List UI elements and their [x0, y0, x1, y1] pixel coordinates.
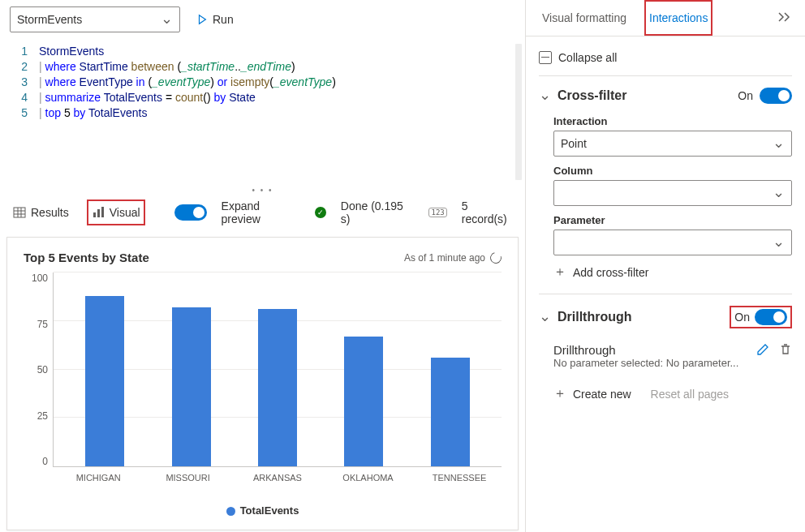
tab-results-label: Results [31, 206, 69, 219]
delete-icon[interactable] [779, 343, 792, 356]
bar-missouri[interactable] [172, 307, 211, 466]
chart-icon [92, 206, 105, 219]
add-crossfilter-button[interactable]: ＋ Add cross-filter [553, 255, 792, 289]
x-label: TENNESSEE [433, 473, 481, 483]
parameter-select[interactable] [553, 230, 792, 255]
status-done-icon: ✓ [315, 207, 326, 218]
edit-icon[interactable] [756, 343, 769, 356]
column-label: Column [553, 165, 792, 177]
chevron-down-icon [539, 311, 551, 324]
collapse-icon [539, 51, 552, 64]
interaction-select[interactable]: Point [553, 131, 792, 157]
tab-results[interactable]: Results [10, 201, 72, 224]
create-new-label: Create new [573, 388, 631, 401]
crossfilter-state: On [738, 89, 753, 102]
chevron-down-icon [773, 187, 785, 200]
bar-tennessee[interactable] [431, 358, 470, 466]
more-icon[interactable] [777, 5, 792, 32]
bar-oklahoma[interactable] [344, 337, 383, 466]
tab-visual-label: Visual [110, 206, 140, 219]
x-label: MICHIGAN [74, 473, 123, 483]
bar-arkansas[interactable] [258, 309, 297, 466]
query-editor[interactable]: 1StormEvents2| where StartTime between (… [0, 39, 525, 188]
tab-interactions[interactable]: Interactions [644, 0, 712, 36]
collapse-all-button[interactable]: Collapse all [539, 45, 792, 71]
chevron-down-icon [539, 89, 551, 102]
play-icon [196, 14, 208, 25]
drillthrough-item-sub: No parameter selected: No parameter... [553, 357, 750, 369]
chevron-down-icon [773, 137, 785, 150]
reset-all-pages-button[interactable]: Reset all pages [651, 388, 730, 401]
records-icon: 123 [428, 208, 446, 217]
y-axis: 1007550250 [24, 272, 53, 483]
collapse-all-label: Collapse all [558, 51, 617, 64]
drillthrough-item[interactable]: Drillthrough No parameter selected: No p… [553, 340, 750, 372]
x-label: OKLAHOMA [342, 473, 391, 483]
interaction-value: Point [561, 137, 587, 150]
crossfilter-title: Cross-filter [557, 88, 626, 103]
x-label: ARKANSAS [253, 473, 302, 483]
create-new-button[interactable]: ＋ Create new [553, 385, 631, 402]
chart-asof: As of 1 minute ago [404, 252, 485, 264]
expand-preview-label: Expand preview [222, 200, 301, 225]
interaction-label: Interaction [553, 115, 792, 127]
chart-title: Top 5 Events by State [24, 251, 149, 264]
table-icon [13, 206, 26, 219]
legend-dot-icon [226, 507, 235, 516]
add-crossfilter-label: Add cross-filter [573, 266, 648, 279]
expand-preview-toggle[interactable] [174, 204, 207, 221]
tab-visual[interactable]: Visual [87, 200, 145, 225]
drillthrough-title: Drillthrough [557, 310, 632, 324]
database-dropdown[interactable]: StormEvents [10, 6, 180, 32]
database-dropdown-value: StormEvents [17, 13, 82, 26]
drillthrough-toggle[interactable] [755, 309, 787, 325]
legend-label: TotalEvents [240, 504, 299, 517]
svg-rect-7 [101, 207, 104, 217]
tab-visual-formatting[interactable]: Visual formatting [539, 2, 630, 34]
drillthrough-item-title: Drillthrough [553, 343, 750, 357]
plus-icon: ＋ [553, 385, 566, 402]
plus-icon: ＋ [553, 264, 566, 281]
chart-plot: MICHIGANMISSOURIARKANSASOKLAHOMATENNESSE… [53, 272, 502, 467]
svg-rect-6 [97, 209, 100, 217]
parameter-label: Parameter [553, 214, 792, 226]
bar-michigan[interactable] [85, 296, 124, 466]
crossfilter-section-header[interactable]: Cross-filter On [539, 84, 792, 107]
chart-legend: TotalEvents [24, 504, 502, 517]
drillthrough-section-header[interactable]: Drillthrough On [539, 302, 792, 332]
svg-rect-5 [93, 212, 96, 217]
status-text: Done (0.195 s) [341, 200, 415, 225]
column-select[interactable] [553, 180, 792, 206]
crossfilter-toggle[interactable] [760, 88, 792, 104]
run-button-label: Run [213, 13, 234, 26]
x-label: MISSOURI [164, 473, 213, 483]
drillthrough-state: On [734, 311, 750, 324]
svg-rect-0 [14, 208, 25, 217]
run-button[interactable]: Run [190, 10, 240, 29]
chart-card: Top 5 Events by State As of 1 minute ago… [6, 237, 519, 530]
chevron-down-icon [161, 13, 173, 26]
records-text: 5 record(s) [462, 200, 515, 225]
refresh-icon[interactable] [488, 250, 503, 265]
chevron-down-icon [773, 236, 785, 249]
